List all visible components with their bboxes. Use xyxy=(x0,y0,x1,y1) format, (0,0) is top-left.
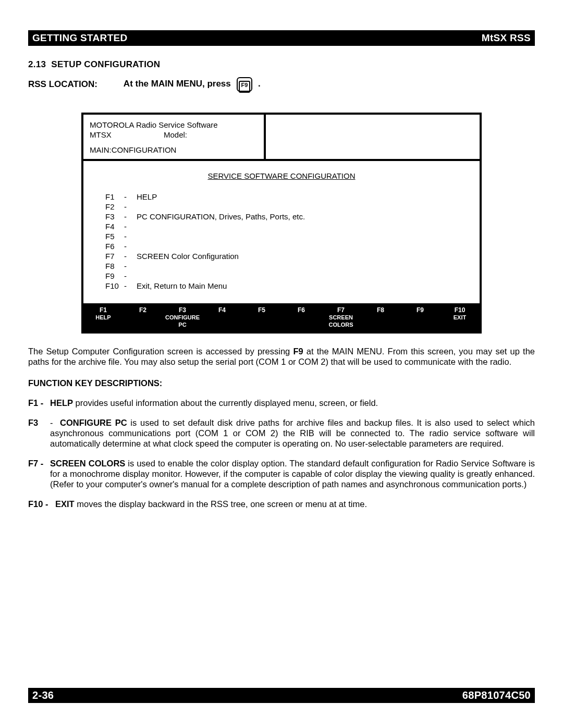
screen-menu-row: F4- xyxy=(90,221,473,231)
section-heading: 2.13 SETUP CONFIGURATION xyxy=(28,59,535,70)
fkey-label1: CONFIGURE xyxy=(164,314,201,321)
menu-text xyxy=(137,261,473,271)
desc-f10: F10 - EXIT moves the display backward in… xyxy=(28,499,535,509)
menu-key: F3 xyxy=(105,212,124,221)
menu-dash: - xyxy=(124,261,137,271)
desc-f1-text: HELP provides useful information about t… xyxy=(50,398,535,408)
fkey-num: F10 xyxy=(441,306,479,314)
menu-text xyxy=(137,241,473,251)
fkey-cell: F4 xyxy=(202,303,242,331)
rss-location-row: RSS LOCATION: At the MAIN MENU, press F9… xyxy=(28,77,535,92)
screen-top-left: MOTOROLA Radio Service Software MTSX Mod… xyxy=(83,115,266,159)
desc-f10-bold: EXIT xyxy=(55,499,75,509)
screen-illustration: MOTOROLA Radio Service Software MTSX Mod… xyxy=(81,113,482,334)
desc-f1: F1 - HELP provides useful information ab… xyxy=(28,398,535,408)
menu-key: F10 xyxy=(105,281,124,291)
desc-f3-bold: CONFIGURE PC xyxy=(60,418,127,427)
desc-f3-dash: - xyxy=(50,418,53,427)
screen-menu-row: F7-SCREEN Color Configuration xyxy=(90,251,473,261)
fkey-num: F2 xyxy=(124,306,162,314)
desc-f1-tail: provides useful information about the cu… xyxy=(73,398,378,408)
desc-f3: F3 - CONFIGURE PC is used to set default… xyxy=(28,417,535,449)
fkey-num: F9 xyxy=(401,306,439,314)
screen-mtsx: MTSX xyxy=(90,130,164,140)
fkey-cell: F3CONFIGUREPC xyxy=(163,303,202,331)
desc-f7-text: SCREEN COLORS is used to enable the colo… xyxy=(50,458,535,489)
fkey-cell: F9 xyxy=(400,303,440,331)
f9-key-icon: F9 xyxy=(237,77,253,92)
screen-menu-row: F6- xyxy=(90,241,473,251)
paragraph-1: The Setup Computer Configuration screen … xyxy=(28,346,535,367)
rss-instr-post: . xyxy=(258,79,261,89)
section-number: 2.13 xyxy=(28,59,46,69)
screen-menu-row: F9- xyxy=(90,271,473,281)
menu-text xyxy=(137,202,473,212)
menu-text xyxy=(137,231,473,241)
desc-f7-key: F7 - xyxy=(28,458,50,489)
function-key-subhead: FUNCTION KEY DESCRIPTIONS: xyxy=(28,378,535,388)
fkey-num: F3 xyxy=(164,306,201,314)
screen-main-config: MAIN:CONFIGURATION xyxy=(90,145,258,155)
fkey-cell: F1HELP xyxy=(83,303,123,331)
fkey-num: F8 xyxy=(362,306,399,314)
fkey-cell: F6 xyxy=(282,303,321,331)
menu-dash: - xyxy=(124,241,137,251)
fkey-label2: PC xyxy=(164,321,201,328)
desc-f10-key: F10 - xyxy=(28,499,55,509)
fkey-cell: F7SCREENCOLORS xyxy=(321,303,361,331)
menu-key: F9 xyxy=(105,271,124,281)
menu-dash: - xyxy=(124,251,137,261)
screen-menu-row: F3-PC CONFIGURATION, Drives, Paths, Port… xyxy=(90,212,473,221)
header-left: GETTING STARTED xyxy=(32,32,128,44)
desc-f3-key: F3 xyxy=(28,417,50,449)
fkey-cell: F2 xyxy=(123,303,163,331)
rss-label: RSS LOCATION: xyxy=(28,79,97,90)
screen-body: SERVICE SOFTWARE CONFIGURATION F1-HELPF2… xyxy=(83,161,480,303)
desc-f1-bold: HELP xyxy=(50,398,73,408)
desc-f10-text: EXIT moves the display backward in the R… xyxy=(55,499,535,509)
fkey-label1: SCREEN xyxy=(322,314,360,321)
desc-f1-key: F1 - xyxy=(28,398,50,408)
menu-text xyxy=(137,271,473,281)
screen-top-right xyxy=(266,115,480,159)
f9-key-label: F9 xyxy=(239,81,251,93)
fkey-label1: HELP xyxy=(84,314,122,321)
screen-menu-row: F1-HELP xyxy=(90,192,473,202)
fkey-num: F1 xyxy=(84,306,122,314)
header-bar: GETTING STARTED MtSX RSS xyxy=(28,30,535,46)
menu-dash: - xyxy=(124,281,137,291)
fkey-bar: F1HELPF2F3CONFIGUREPCF4F5F6F7SCREENCOLOR… xyxy=(83,303,480,331)
screen-line1: MOTOROLA Radio Service Software xyxy=(90,120,258,130)
fkey-num: F4 xyxy=(203,306,241,314)
header-right: MtSX RSS xyxy=(482,32,531,44)
fkey-cell: F5 xyxy=(242,303,282,331)
menu-text: Exit, Return to Main Menu xyxy=(137,281,473,291)
menu-key: F2 xyxy=(105,202,124,212)
menu-dash: - xyxy=(124,202,137,212)
fkey-num: F6 xyxy=(283,306,320,314)
menu-text: SCREEN Color Configuration xyxy=(137,251,473,261)
menu-dash: - xyxy=(124,221,137,231)
menu-key: F7 xyxy=(105,251,124,261)
screen-menu-row: F5- xyxy=(90,231,473,241)
menu-key: F1 xyxy=(105,192,124,202)
rss-instr-pre: At the MAIN MENU, press xyxy=(124,79,231,89)
menu-text xyxy=(137,221,473,231)
fkey-cell: F8 xyxy=(361,303,400,331)
screen-menu-row: F2- xyxy=(90,202,473,212)
menu-key: F5 xyxy=(105,231,124,241)
menu-dash: - xyxy=(124,212,137,221)
menu-dash: - xyxy=(124,231,137,241)
menu-key: F6 xyxy=(105,241,124,251)
desc-f7-bold: SCREEN COLORS xyxy=(50,459,125,468)
screen-model-label: Model: xyxy=(164,130,187,140)
screen-title: SERVICE SOFTWARE CONFIGURATION xyxy=(90,171,473,180)
rss-instruction: At the MAIN MENU, press F9 . xyxy=(124,77,261,92)
menu-text: PC CONFIGURATION, Drives, Paths, Ports, … xyxy=(137,212,473,221)
menu-text: HELP xyxy=(137,192,473,202)
menu-dash: - xyxy=(124,192,137,202)
footer-page-num: 2-36 xyxy=(32,689,54,701)
menu-key: F8 xyxy=(105,261,124,271)
screen-menu-row: F10-Exit, Return to Main Menu xyxy=(90,281,473,291)
desc-f3-text: - CONFIGURE PC is used to set default di… xyxy=(50,417,535,449)
